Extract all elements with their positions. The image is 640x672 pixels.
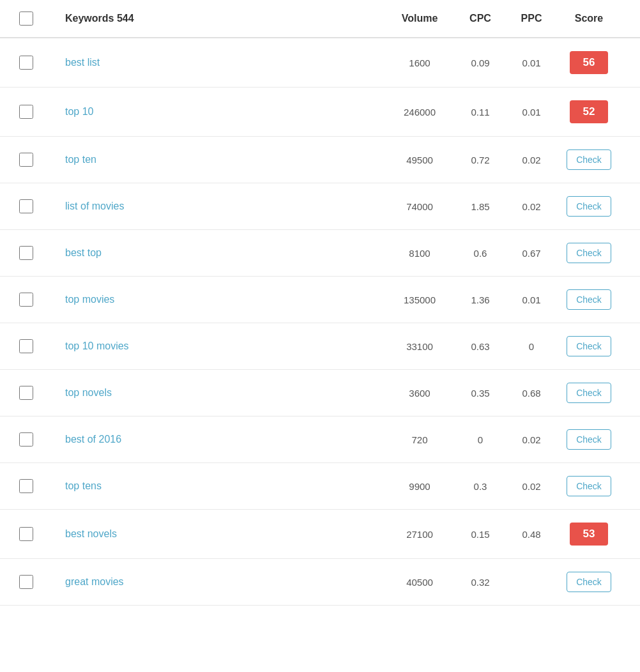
row-ppc: 0.01 (506, 294, 557, 305)
row-checkbox[interactable] (19, 56, 33, 70)
row-cpc: 1.36 (455, 294, 506, 305)
row-cpc: 0.11 (455, 107, 506, 118)
cpc-column-header: CPC (455, 13, 506, 24)
row-cpc: 0.35 (455, 388, 506, 399)
score-badge-check[interactable]: Check (567, 336, 611, 356)
row-score[interactable]: Check (557, 383, 621, 403)
row-score[interactable]: Check (557, 289, 621, 310)
row-ppc: 0.02 (506, 155, 557, 165)
row-ppc: 0.48 (506, 529, 557, 540)
row-checkbox[interactable] (19, 386, 33, 400)
table-row: list of movies740001.850.02Check (0, 183, 640, 230)
table-row: best top81000.60.67Check (0, 230, 640, 277)
row-cpc: 0.6 (455, 248, 506, 259)
row-score[interactable]: Check (557, 336, 621, 356)
row-keyword[interactable]: top 10 (65, 106, 385, 118)
row-score[interactable]: Check (557, 243, 621, 263)
row-volume: 135000 (385, 294, 455, 305)
row-cpc: 0.63 (455, 341, 506, 352)
row-volume: 246000 (385, 107, 455, 118)
table-row: best list16000.090.0156 (0, 38, 640, 88)
row-score[interactable]: Check (557, 196, 621, 217)
row-ppc: 0.68 (506, 388, 557, 399)
score-badge-check[interactable]: Check (567, 289, 611, 310)
row-volume: 27100 (385, 529, 455, 540)
row-cpc: 0.32 (455, 577, 506, 588)
row-keyword[interactable]: top tens (65, 480, 385, 492)
row-cpc: 1.85 (455, 201, 506, 212)
row-keyword[interactable]: top 10 movies (65, 340, 385, 352)
row-ppc: 0 (506, 341, 557, 352)
row-score: 56 (557, 51, 621, 74)
row-keyword[interactable]: top novels (65, 387, 385, 399)
row-keyword[interactable]: list of movies (65, 201, 385, 212)
row-score: 52 (557, 100, 621, 123)
row-volume: 74000 (385, 201, 455, 212)
score-badge-check[interactable]: Check (567, 149, 611, 170)
row-keyword[interactable]: top ten (65, 154, 385, 165)
row-volume: 33100 (385, 341, 455, 352)
score-badge-red: 52 (570, 100, 608, 123)
table-body: best list16000.090.0156top 102460000.110… (0, 38, 640, 606)
score-badge-check[interactable]: Check (567, 383, 611, 403)
row-checkbox[interactable] (19, 105, 33, 119)
row-ppc: 0.02 (506, 201, 557, 212)
score-badge-check[interactable]: Check (567, 429, 611, 450)
row-volume: 9900 (385, 481, 455, 492)
score-badge-red: 56 (570, 51, 608, 74)
table-row: top 102460000.110.0152 (0, 88, 640, 137)
row-checkbox[interactable] (19, 527, 33, 541)
row-ppc: 0.01 (506, 107, 557, 118)
score-badge-check[interactable]: Check (567, 572, 611, 592)
ppc-column-header: PPC (506, 13, 557, 24)
row-checkbox[interactable] (19, 432, 33, 447)
row-score[interactable]: Check (557, 149, 621, 170)
row-keyword[interactable]: best top (65, 247, 385, 259)
score-badge-check[interactable]: Check (567, 243, 611, 263)
row-keyword[interactable]: great movies (65, 576, 385, 588)
row-checkbox[interactable] (19, 153, 33, 167)
row-volume: 49500 (385, 155, 455, 165)
score-badge-check[interactable]: Check (567, 196, 611, 217)
row-volume: 3600 (385, 388, 455, 399)
row-checkbox[interactable] (19, 339, 33, 353)
table-row: top ten495000.720.02Check (0, 137, 640, 183)
row-ppc: 0.02 (506, 434, 557, 445)
table-row: top tens99000.30.02Check (0, 463, 640, 510)
row-checkbox[interactable] (19, 199, 33, 213)
table-header: Keywords 544 Volume CPC PPC Score (0, 0, 640, 38)
row-checkbox[interactable] (19, 575, 33, 589)
row-keyword[interactable]: best novels (65, 528, 385, 540)
table-row: great movies405000.32Check (0, 559, 640, 606)
row-keyword[interactable]: top movies (65, 294, 385, 305)
table-row: best of 201672000.02Check (0, 416, 640, 463)
table-row: best novels271000.150.4853 (0, 510, 640, 559)
row-score[interactable]: Check (557, 429, 621, 450)
row-volume: 720 (385, 434, 455, 445)
row-keyword[interactable]: best list (65, 57, 385, 68)
table-row: top movies1350001.360.01Check (0, 277, 640, 323)
table-row: top 10 movies331000.630Check (0, 323, 640, 370)
row-keyword[interactable]: best of 2016 (65, 434, 385, 445)
row-volume: 8100 (385, 248, 455, 259)
row-ppc: 0.67 (506, 248, 557, 259)
row-checkbox[interactable] (19, 293, 33, 307)
row-checkbox[interactable] (19, 246, 33, 260)
row-score: 53 (557, 523, 621, 546)
volume-column-header: Volume (385, 13, 455, 24)
row-ppc: 0.01 (506, 57, 557, 68)
row-ppc: 0.02 (506, 481, 557, 492)
keyword-column-header: Keywords 544 (65, 13, 385, 24)
header-checkbox[interactable] (19, 11, 33, 26)
score-column-header: Score (557, 13, 621, 24)
keywords-table: Keywords 544 Volume CPC PPC Score best l… (0, 0, 640, 606)
score-badge-red: 53 (570, 523, 608, 546)
table-row: top novels36000.350.68Check (0, 370, 640, 416)
score-badge-check[interactable]: Check (567, 476, 611, 496)
row-cpc: 0.15 (455, 529, 506, 540)
row-checkbox[interactable] (19, 479, 33, 493)
row-score[interactable]: Check (557, 476, 621, 496)
row-score[interactable]: Check (557, 572, 621, 592)
row-cpc: 0.3 (455, 481, 506, 492)
row-volume: 1600 (385, 57, 455, 68)
